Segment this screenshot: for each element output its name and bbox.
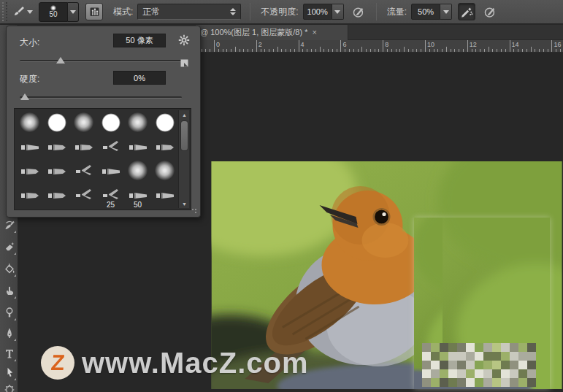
mosaic-cell [483,352,492,361]
options-bar-grip[interactable] [2,2,7,21]
type-tool[interactable] [1,345,17,362]
brush-preset[interactable] [16,110,43,134]
ruler-tick [307,49,307,52]
brush-tool-preset-button[interactable] [9,2,34,21]
size-field[interactable]: 50 像素 [113,34,166,47]
brush-preset[interactable] [16,158,43,182]
panel-menu-button[interactable] [177,33,191,47]
brush-preset[interactable] [43,134,70,158]
soft-round-brush-icon [128,161,148,180]
watermark-badge: Z [41,346,74,380]
mode-dropdown[interactable]: 正常 [137,4,241,20]
hardness-slider-track [20,96,182,99]
pressure-opacity-icon [352,5,365,18]
new-brush-preset-button[interactable] [177,55,191,70]
ruler-tick [269,49,269,52]
toggle-brush-panel-button[interactable] [85,3,103,20]
brush-preset[interactable] [151,110,178,134]
custom-shape-tool[interactable] [1,381,17,392]
ruler-tick [535,49,535,52]
ruler-tick [256,40,257,52]
sampled-brush-tip-icon [20,139,40,154]
brush-preset[interactable]: 50 [124,182,151,207]
brush-preset[interactable] [124,158,151,182]
paint-bucket-tool[interactable] [1,260,17,277]
eraser-tool[interactable] [1,238,17,255]
opacity-dropdown-button[interactable] [332,4,344,20]
brush-preset[interactable] [124,134,151,158]
smudge-tool[interactable] [1,282,17,299]
sampled-brush-tip-icon [47,188,67,202]
ruler-tick [489,47,489,52]
size-pressure-button[interactable] [481,3,499,20]
scroll-up-icon[interactable]: ▲ [179,110,190,119]
document-tab[interactable]: @ 100%(图层 1, 图层蒙版/8) * × [196,25,348,40]
airbrush-button[interactable] [458,3,475,20]
opacity-pressure-button[interactable] [350,3,367,20]
ruler-tick [290,49,291,52]
mosaic-cell [492,361,501,369]
ruler-tick [370,49,371,52]
hardness-slider[interactable] [20,93,182,101]
ruler-tick [551,40,552,52]
mosaic-cell [448,343,457,352]
scroll-down-icon[interactable]: ▼ [179,199,190,208]
brush-preset[interactable] [70,182,97,207]
brush-preset[interactable] [97,110,124,134]
brush-preset[interactable] [43,110,70,134]
mosaic-cell [475,352,483,361]
flow-field[interactable]: 50% [411,4,440,20]
path-selection-tool[interactable] [1,364,17,381]
brush-preset[interactable] [70,110,97,134]
hardness-field[interactable]: 0% [113,71,166,85]
brush-preset[interactable] [151,182,178,207]
ruler-number: 6 [342,41,346,48]
brush-preset[interactable] [43,158,70,182]
mosaic-cell [527,343,536,352]
close-icon[interactable]: × [312,28,316,36]
scrollbar-thumb[interactable] [180,120,188,151]
brush-preset[interactable]: 25 [97,182,124,207]
ruler-tick [399,49,400,52]
brush-preset[interactable] [70,134,97,158]
brush-preset[interactable] [97,158,124,182]
ruler-tick [315,49,316,52]
ruler-tick [556,49,556,52]
mosaic-cell [475,378,483,387]
brush-size-preview[interactable]: 50 [39,2,68,22]
brush-preset[interactable] [124,110,151,134]
ruler-tick [361,47,362,52]
brush-preset[interactable] [16,134,43,158]
brush-preset[interactable] [151,134,178,158]
mosaic-cell [510,378,518,387]
pressure-size-icon [483,5,497,18]
brush-preset[interactable] [70,158,97,182]
mosaic-cell [457,352,466,361]
opacity-field[interactable]: 100% [303,4,332,20]
presets-scrollbar[interactable]: ▲ ▼ [178,110,189,208]
flow-dropdown-button[interactable] [440,4,452,20]
brush-preset[interactable] [151,158,178,182]
size-slider-thumb[interactable] [56,57,65,64]
mosaic-cell [448,378,457,387]
panel-resize-grip[interactable] [191,207,198,215]
history-brush-tool[interactable] [1,216,17,234]
pen-tool[interactable] [1,324,17,342]
ruler-tick [383,40,383,52]
brush-preset[interactable] [16,182,43,207]
size-slider[interactable] [20,57,182,64]
dodge-tool[interactable] [1,304,17,321]
hard-round-brush-icon [102,113,120,132]
ruler-tick [337,49,337,52]
ruler-tick [437,49,438,52]
mosaic-cell [510,352,518,361]
ruler-tick [404,47,405,52]
hardness-slider-thumb[interactable] [20,93,29,100]
ruler-number: 14 [512,41,519,48]
brush-size-value: 50 [49,11,57,18]
ruler-number: 2 [258,41,262,48]
mosaic-cell [518,352,527,361]
brush-size-dropdown-button[interactable] [68,2,79,22]
brush-preset[interactable] [43,182,70,207]
brush-preset[interactable] [97,134,124,158]
